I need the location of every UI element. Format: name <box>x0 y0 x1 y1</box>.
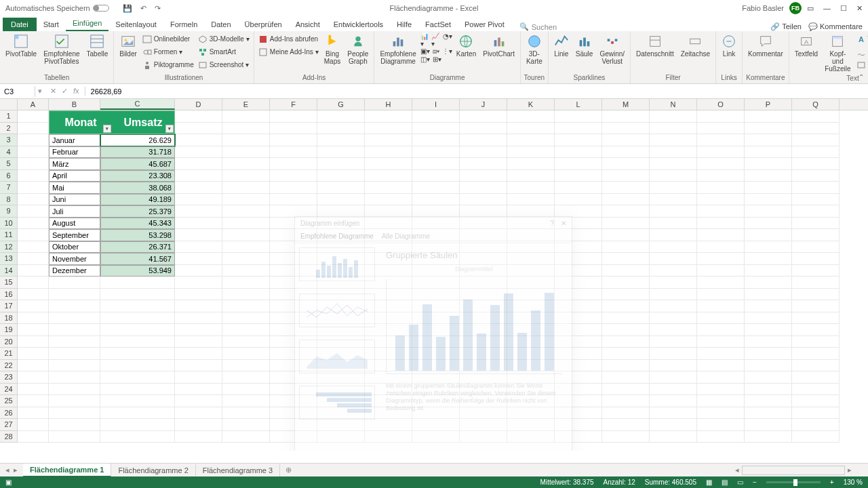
objekt-button[interactable]: Objekt <box>855 58 868 71</box>
month-cell[interactable]: Juni <box>49 194 100 206</box>
thumb-funnel[interactable] <box>299 386 375 420</box>
value-cell[interactable]: 26.629 <box>100 134 175 146</box>
row-header[interactable]: 23 <box>0 371 18 384</box>
pivottable-button[interactable]: PivotTable <box>3 33 39 59</box>
fx-icon[interactable]: fx <box>73 87 79 96</box>
col-J[interactable]: J <box>460 99 507 110</box>
tab-daten[interactable]: Daten <box>204 18 237 31</box>
tab-start[interactable]: Start <box>37 18 66 31</box>
row-header[interactable]: 9 <box>0 205 18 218</box>
month-cell[interactable]: März <box>49 158 100 170</box>
sheet-next-icon[interactable]: ▸ <box>14 466 18 474</box>
sheet-prev-icon[interactable]: ◂ <box>5 466 9 474</box>
pivotchart-button[interactable]: PivotChart <box>480 33 517 59</box>
filter-icon[interactable]: ▾ <box>165 125 174 133</box>
col-O[interactable]: O <box>697 99 745 110</box>
bilder-button[interactable]: Bilder <box>117 33 140 59</box>
month-cell[interactable]: Februar <box>49 146 100 159</box>
grid[interactable]: 12Monat▾Umsatz▾3Januar26.6294Februar31.7… <box>0 110 868 451</box>
smartart-button[interactable]: SmartArt <box>197 45 251 58</box>
col-A[interactable]: A <box>18 99 49 110</box>
sheet-tab-2[interactable]: Flächendiagramme 2 <box>111 464 195 476</box>
row-header[interactable]: 4 <box>0 146 18 159</box>
row-header[interactable]: 7 <box>0 182 18 194</box>
row-header[interactable]: 24 <box>0 384 18 396</box>
autosave-toggle[interactable]: Automatisches Speichern <box>5 4 109 12</box>
record-macro-icon[interactable]: ▣ <box>5 479 12 486</box>
zeitachse-button[interactable]: Zeitachse <box>678 33 713 59</box>
link-button[interactable]: Link <box>719 33 739 59</box>
row-header[interactable]: 14 <box>0 265 18 277</box>
value-cell[interactable]: 26.371 <box>100 241 175 253</box>
hierarchy-chart-icon[interactable]: ▣▾ <box>420 47 430 56</box>
month-cell[interactable]: Mai <box>49 182 100 194</box>
karten-button[interactable]: Karten <box>454 33 479 59</box>
wordart-button[interactable]: AWordArt ▾ <box>855 33 868 45</box>
col-H[interactable]: H <box>365 99 412 110</box>
formula-input[interactable]: 26628,69 <box>85 86 868 97</box>
tab-factset[interactable]: FactSet <box>418 18 458 31</box>
dialog-tab-all[interactable]: Alle Diagramme <box>382 232 430 240</box>
close-icon[interactable]: ✕ <box>856 4 863 13</box>
minimize-icon[interactable]: — <box>823 4 831 13</box>
bing-maps-button[interactable]: Bing Maps <box>321 33 343 66</box>
col-L[interactable]: L <box>555 99 602 110</box>
kopf-fuss-button[interactable]: Kopf- und Fußzeile <box>822 33 853 74</box>
collapse-ribbon-icon[interactable]: ⌃ <box>859 73 864 81</box>
dialog-help-icon[interactable]: ? <box>550 220 554 227</box>
datenschnitt-button[interactable]: Datenschnitt <box>633 33 677 59</box>
autosave-switch[interactable] <box>93 5 109 12</box>
col-C[interactable]: C <box>100 99 175 110</box>
sheet-tab-1[interactable]: Flächendiagramme 1 <box>23 464 111 477</box>
col-K[interactable]: K <box>507 99 555 110</box>
ribbon-display-icon[interactable]: ▭ <box>807 4 814 13</box>
table-header-cell[interactable]: Umsatz▾ <box>112 111 174 134</box>
name-box-dropdown-icon[interactable]: ▾ <box>35 87 45 96</box>
tab-einfuegen[interactable]: Einfügen <box>66 16 108 31</box>
stat-chart-icon[interactable]: ⧈▾ <box>433 47 439 56</box>
month-cell[interactable]: November <box>49 253 100 265</box>
dialog-tab-recommended[interactable]: Empfohlene Diagramme <box>300 232 374 240</box>
thumb-line[interactable] <box>299 293 375 327</box>
row-header[interactable]: 3 <box>0 134 18 146</box>
col-B[interactable]: B <box>49 99 100 110</box>
row-header[interactable]: 15 <box>0 277 18 289</box>
row-header[interactable]: 6 <box>0 170 18 182</box>
thumb-clustered-column[interactable] <box>299 247 375 281</box>
value-cell[interactable]: 38.068 <box>100 182 175 194</box>
row-header[interactable]: 17 <box>0 300 18 312</box>
filter-icon[interactable]: ▾ <box>103 125 111 133</box>
row-header[interactable]: 2 <box>0 123 18 135</box>
cancel-formula-icon[interactable]: ✕ <box>50 87 56 96</box>
view-normal-icon[interactable]: ▦ <box>706 479 712 486</box>
col-I[interactable]: I <box>412 99 460 110</box>
row-header[interactable]: 1 <box>0 110 18 123</box>
col-M[interactable]: M <box>602 99 650 110</box>
tab-hilfe[interactable]: Hilfe <box>390 18 418 31</box>
people-graph-button[interactable]: People Graph <box>344 33 371 66</box>
month-cell[interactable]: Oktober <box>49 241 100 253</box>
value-cell[interactable]: 45.343 <box>100 218 175 230</box>
horizontal-scrollbar[interactable]: ◂▸ <box>732 466 854 475</box>
col-F[interactable]: F <box>270 99 317 110</box>
row-header[interactable]: 20 <box>0 336 18 348</box>
meine-addins-button[interactable]: Meine Add-Ins ▾ <box>257 45 320 58</box>
recommended-pivot-button[interactable]: Empfohlene PivotTables <box>41 33 82 66</box>
thumb-area[interactable] <box>299 340 375 373</box>
value-cell[interactable]: 45.687 <box>100 158 175 170</box>
search-box[interactable]: 🔍 Suchen <box>519 22 614 31</box>
tab-powerpivot[interactable]: Power Pivot <box>458 18 511 31</box>
dialog-close-icon[interactable]: ✕ <box>561 220 566 227</box>
value-cell[interactable]: 53.949 <box>100 265 175 277</box>
tab-formeln[interactable]: Formeln <box>163 18 204 31</box>
value-cell[interactable]: 41.567 <box>100 253 175 265</box>
row-header[interactable]: 10 <box>0 218 18 230</box>
value-cell[interactable]: 25.379 <box>100 205 175 218</box>
add-sheet-button[interactable]: ⊕ <box>280 464 297 476</box>
row-header[interactable]: 5 <box>0 158 18 170</box>
row-header[interactable]: 13 <box>0 253 18 265</box>
sparkline-saule-button[interactable]: Säule <box>573 33 596 59</box>
col-Q[interactable]: Q <box>792 99 840 110</box>
zoom-out-icon[interactable]: − <box>753 479 757 486</box>
screenshot-button[interactable]: Screenshot ▾ <box>197 58 251 71</box>
